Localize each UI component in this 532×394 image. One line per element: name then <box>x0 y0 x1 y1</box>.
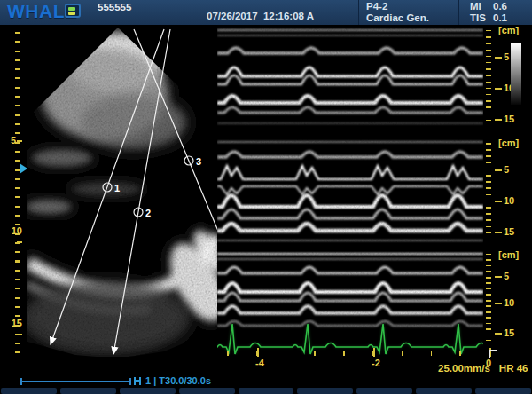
ultrasound-screen: WHALE 555555 07/26/2017 12:16:08 A P4-2 … <box>0 0 532 394</box>
depth-ruler-ticks <box>15 32 20 353</box>
mmode-strip-2 <box>217 138 483 247</box>
sweep-speed: 25.00mm/s <box>438 363 490 374</box>
softkey-slot-2[interactable] <box>60 388 116 394</box>
mi-value: 0.6 <box>493 1 507 12</box>
scale-mark-5: 5 <box>495 51 509 62</box>
depth-mark-15: 15 <box>9 318 22 339</box>
cine-progress-bar[interactable] <box>20 381 131 382</box>
datetime-section: 07/26/2017 12:16:08 A <box>200 0 359 25</box>
depth-unit: [cm] <box>498 249 519 260</box>
mmode-strip-3 <box>217 251 483 355</box>
depth-scale-ticks <box>486 30 491 126</box>
scale-mark-5: 5 <box>495 271 509 281</box>
depth-scale-2: [cm] 5 10 15 <box>484 138 530 251</box>
scale-mark-10: 10 <box>495 297 514 308</box>
softkey-row <box>0 388 532 394</box>
softkey-slot-9[interactable] <box>475 388 531 394</box>
softkey-slot-4[interactable] <box>179 388 235 394</box>
time-axis-major-ticks <box>257 348 495 357</box>
time-cursor-icon <box>489 350 497 358</box>
softkey-slot-3[interactable] <box>120 388 176 394</box>
softkey-slot-1[interactable] <box>1 388 57 394</box>
heart-rate: HR 46 <box>499 363 528 374</box>
mmode-strip-1 <box>217 25 483 133</box>
mi-label: MI <box>470 1 493 12</box>
scale-mark-15: 15 <box>495 114 514 124</box>
probe-name: P4-2 <box>366 1 429 12</box>
scale-mark-5: 5 <box>495 164 509 175</box>
softkey-slot-5[interactable] <box>239 388 294 394</box>
depth-scale-3: [cm] 5 10 15 <box>484 249 530 360</box>
depth-scale-ticks <box>486 143 491 239</box>
cine-loop-icon[interactable] <box>134 377 141 385</box>
grayscale-bar <box>511 43 521 105</box>
acoustic-output-section: MI0.6 TIS0.1 <box>459 0 532 25</box>
patient-id: 555555 <box>98 2 131 12</box>
mline-label-1: 1 <box>114 183 120 193</box>
mline-label-2: 2 <box>145 208 151 218</box>
scale-mark-15: 15 <box>495 327 514 338</box>
ecg-trace <box>217 251 483 355</box>
probe-section: P4-2 Cardiac Gen. <box>359 0 459 25</box>
softkey-slot-6[interactable] <box>297 388 353 394</box>
depth-mark-5: 5 <box>9 135 22 146</box>
time-label-minus2: -2 <box>366 358 386 368</box>
mi-tis-readout: MI0.6 TIS0.1 <box>470 1 507 24</box>
preset-name: Cardiac Gen. <box>366 12 429 24</box>
patient-section: WHALE 555555 <box>0 0 200 25</box>
time-label-minus4: -4 <box>250 358 270 368</box>
scale-mark-15: 15 <box>495 226 514 237</box>
depth-mark-10: 10 <box>9 225 22 247</box>
depth-scale-ticks <box>486 254 491 341</box>
mline-label-3: 3 <box>196 156 201 167</box>
tis-value: 0.1 <box>493 12 507 24</box>
depth-unit: [cm] <box>498 25 519 35</box>
brand-display-icon <box>65 4 81 18</box>
depth-scale-1: [cm] 5 10 15 <box>484 25 530 138</box>
top-status-bar: WHALE 555555 07/26/2017 12:16:08 A P4-2 … <box>0 0 532 25</box>
cine-bar: 1 | T30.0/30.0s <box>16 374 246 389</box>
softkey-slot-7[interactable] <box>356 388 412 394</box>
depth-unit: [cm] <box>498 138 519 148</box>
probe-preset: P4-2 Cardiac Gen. <box>366 1 429 24</box>
softkey-slot-8[interactable] <box>416 388 472 394</box>
sector-2d-image: 1 2 3 <box>27 25 217 357</box>
cine-label: 1 | T30.0/30.0s <box>145 375 211 386</box>
datetime-label: 07/26/2017 12:16:08 A <box>207 11 314 21</box>
tis-label: TIS <box>470 12 493 24</box>
scale-mark-10: 10 <box>495 195 514 206</box>
sweep-status: 25.00mm/s HR 46 <box>438 363 528 374</box>
